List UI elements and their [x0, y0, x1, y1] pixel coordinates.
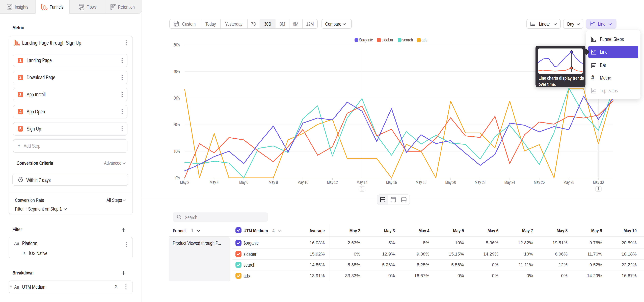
svg-text:0%: 0% [176, 175, 180, 180]
svg-text:May 28: May 28 [564, 180, 574, 185]
svg-text:May 26: May 26 [534, 180, 545, 185]
svg-text:40%: 40% [174, 69, 180, 74]
svg-text:May 30: May 30 [593, 180, 604, 185]
svg-text:May 14: May 14 [356, 180, 367, 185]
svg-text:May 20: May 20 [445, 180, 456, 185]
svg-text:May 4: May 4 [210, 180, 219, 185]
svg-text:May 12: May 12 [327, 180, 338, 185]
svg-text:May 8: May 8 [269, 180, 278, 185]
svg-text:20%: 20% [174, 122, 180, 127]
svg-text:May 10: May 10 [298, 180, 308, 185]
svg-text:10%: 10% [174, 149, 180, 154]
svg-text:May 22: May 22 [475, 180, 486, 185]
svg-text:30%: 30% [174, 96, 180, 101]
svg-text:50%: 50% [174, 42, 180, 48]
svg-text:May 16: May 16 [386, 180, 397, 185]
svg-text:May 24: May 24 [504, 180, 515, 185]
svg-text:May 6: May 6 [239, 180, 248, 185]
svg-text:May 2: May 2 [180, 180, 189, 185]
svg-text:May 18: May 18 [416, 180, 426, 185]
